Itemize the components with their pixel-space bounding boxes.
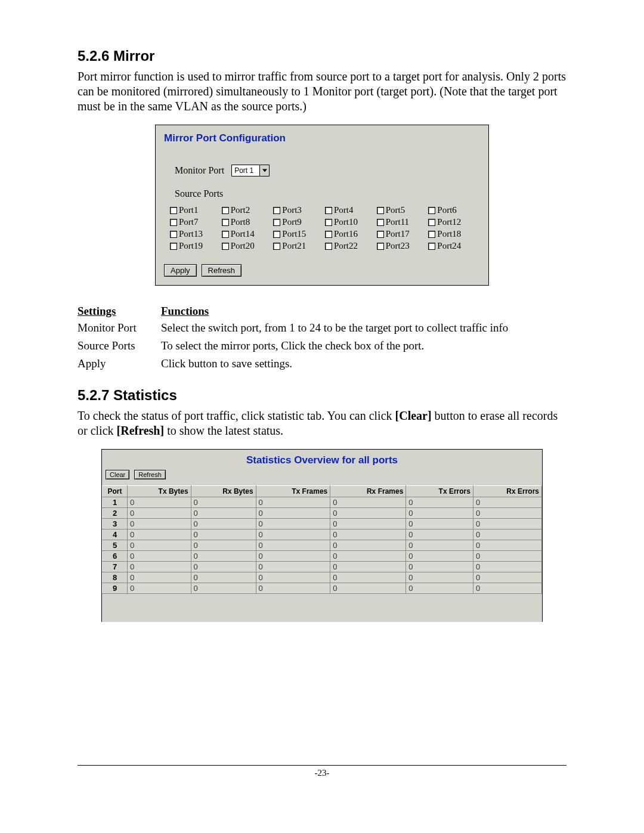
clear-button[interactable]: Clear (106, 470, 129, 479)
port-checkbox-10[interactable]: Port10 (325, 217, 377, 227)
port-checkbox-17[interactable]: Port17 (377, 229, 429, 239)
port-label: Port7 (179, 217, 199, 227)
section-heading-statistics: 5.2.7 Statistics (78, 387, 566, 404)
port-checkbox-14[interactable]: Port14 (222, 229, 274, 239)
checkbox-icon (377, 243, 384, 250)
port-checkbox-4[interactable]: Port4 (325, 205, 377, 215)
stats-header: Rx Bytes (191, 486, 256, 497)
stats-value-cell: 0 (191, 529, 256, 540)
port-label: Port21 (282, 241, 306, 251)
stats-value-cell: 0 (256, 562, 330, 572)
port-label: Port15 (282, 229, 306, 239)
page-number: -23- (315, 768, 330, 778)
settings-value: To select the mirror ports, Click the ch… (161, 337, 566, 355)
settings-key: Source Ports (78, 337, 161, 355)
stats-value-cell: 0 (128, 540, 191, 551)
port-checkbox-3[interactable]: Port3 (273, 205, 325, 215)
port-label: Port1 (179, 205, 199, 215)
checkbox-icon (428, 231, 435, 238)
port-checkbox-18[interactable]: Port18 (428, 229, 480, 239)
port-label: Port5 (386, 205, 405, 215)
stats-value-cell: 0 (473, 562, 541, 572)
checkbox-icon (170, 243, 177, 250)
port-checkbox-15[interactable]: Port15 (273, 229, 325, 239)
port-checkbox-22[interactable]: Port22 (325, 241, 377, 251)
table-row: 4000000 (103, 529, 542, 540)
settings-value: Select the switch port, from 1 to 24 to … (161, 319, 566, 337)
port-checkbox-19[interactable]: Port19 (170, 241, 222, 251)
stats-value-cell: 0 (191, 508, 256, 519)
port-label: Port3 (282, 205, 302, 215)
stats-value-cell: 0 (473, 519, 541, 529)
svg-marker-0 (262, 169, 267, 172)
checkbox-icon (325, 243, 332, 250)
stats-header: Tx Bytes (128, 486, 191, 497)
stats-value-cell: 0 (406, 583, 473, 594)
stats-value-cell: 0 (330, 540, 406, 551)
table-row: 7000000 (103, 562, 542, 572)
stats-value-cell: 0 (330, 497, 406, 508)
stats-header: Rx Frames (330, 486, 406, 497)
checkbox-icon (428, 219, 435, 226)
table-row: 9000000 (103, 583, 542, 594)
stats-value-cell: 0 (473, 529, 541, 540)
port-label: Port8 (231, 217, 250, 227)
table-row: 8000000 (103, 572, 542, 583)
stats-value-cell: 0 (191, 540, 256, 551)
port-checkbox-1[interactable]: Port1 (170, 205, 222, 215)
stats-value-cell: 0 (473, 583, 541, 594)
stats-value-cell: 0 (473, 497, 541, 508)
settings-key: Apply (78, 355, 161, 373)
refresh-button[interactable]: Refresh (202, 264, 242, 277)
checkbox-icon (325, 231, 332, 238)
port-checkbox-24[interactable]: Port24 (428, 241, 480, 251)
port-label: Port6 (437, 205, 457, 215)
settings-key: Monitor Port (78, 319, 161, 337)
checkbox-icon (377, 219, 384, 226)
table-row: 3000000 (103, 519, 542, 529)
port-checkbox-11[interactable]: Port11 (377, 217, 429, 227)
checkbox-icon (377, 231, 384, 238)
statistics-panel-title: Statistics Overview for all ports (102, 454, 542, 466)
mirror-config-panel: Mirror Port Configuration Monitor Port P… (155, 125, 489, 286)
checkbox-icon (222, 231, 229, 238)
port-label: Port12 (437, 217, 461, 227)
source-ports-grid: Port1Port2Port3Port4Port5Port6Port7Port8… (170, 205, 480, 251)
statistics-table: PortTx BytesRx BytesTx FramesRx FramesTx… (102, 485, 542, 594)
table-row: ApplyClick button to save settings. (78, 355, 566, 373)
monitor-port-select[interactable]: Port 1 (231, 165, 270, 176)
stats-value-cell: 0 (128, 497, 191, 508)
stats-header: Tx Frames (256, 486, 330, 497)
refresh-stats-button[interactable]: Refresh (134, 470, 166, 479)
stats-value-cell: 0 (256, 497, 330, 508)
port-checkbox-13[interactable]: Port13 (170, 229, 222, 239)
port-checkbox-21[interactable]: Port21 (273, 241, 325, 251)
port-checkbox-9[interactable]: Port9 (273, 217, 325, 227)
port-checkbox-12[interactable]: Port12 (428, 217, 480, 227)
port-checkbox-16[interactable]: Port16 (325, 229, 377, 239)
port-checkbox-20[interactable]: Port20 (222, 241, 274, 251)
mirror-paragraph: Port mirror function is used to mirror t… (78, 69, 566, 114)
stats-header: Tx Errors (406, 486, 473, 497)
stats-value-cell: 0 (473, 551, 541, 562)
stats-value-cell: 0 (473, 540, 541, 551)
stats-value-cell: 0 (191, 572, 256, 583)
port-checkbox-8[interactable]: Port8 (222, 217, 274, 227)
checkbox-icon (222, 243, 229, 250)
statistics-paragraph: To check the status of port traffic, cli… (78, 408, 566, 438)
port-label: Port13 (179, 229, 203, 239)
port-checkbox-5[interactable]: Port5 (377, 205, 429, 215)
stats-value-cell: 0 (473, 508, 541, 519)
checkbox-icon (273, 243, 280, 250)
port-checkbox-23[interactable]: Port23 (377, 241, 429, 251)
checkbox-icon (170, 207, 177, 214)
port-checkbox-6[interactable]: Port6 (428, 205, 480, 215)
checkbox-icon (170, 219, 177, 226)
stats-value-cell: 0 (406, 540, 473, 551)
stats-port-cell: 5 (103, 540, 128, 551)
port-checkbox-7[interactable]: Port7 (170, 217, 222, 227)
stats-text-3: to show the latest status. (164, 424, 283, 437)
apply-button[interactable]: Apply (164, 264, 197, 277)
stats-value-cell: 0 (256, 551, 330, 562)
port-checkbox-2[interactable]: Port2 (222, 205, 274, 215)
